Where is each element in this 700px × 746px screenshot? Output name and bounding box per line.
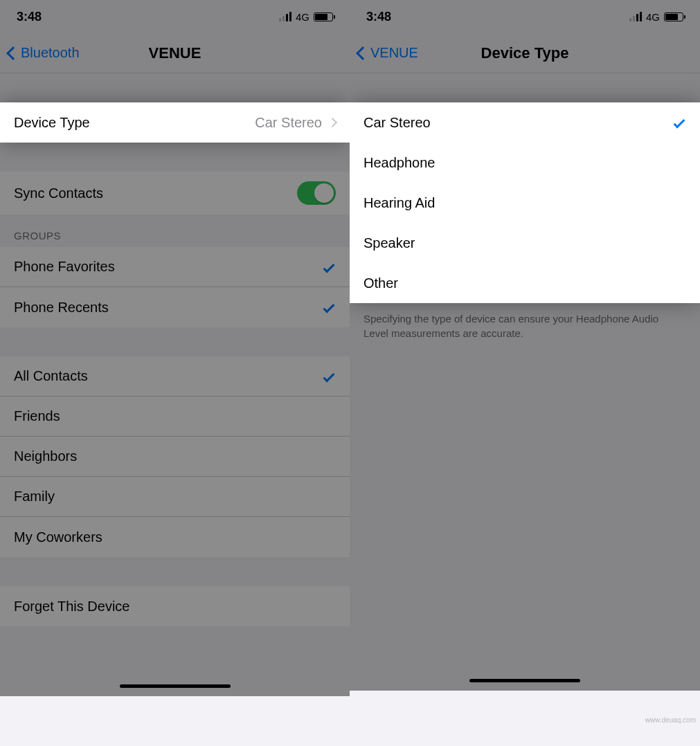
option-speaker[interactable]: Speaker [364, 223, 700, 263]
home-indicator[interactable] [469, 679, 580, 682]
status-time: 3:48 [366, 10, 391, 24]
sync-contacts-label: Sync Contacts [14, 185, 297, 201]
list-item-label: My Coworkers [14, 529, 336, 545]
back-button[interactable]: Bluetooth [8, 45, 80, 61]
battery-icon [314, 12, 333, 21]
device-type-highlight: Device Type Car Stereo [0, 102, 350, 143]
device-type-footer: Specifying the type of device can ensure… [350, 303, 700, 346]
chevron-right-icon [327, 118, 337, 127]
device-type-value: Car Stereo [255, 115, 322, 131]
nav-bar: VENUE Device Type [350, 33, 700, 73]
forget-device-row[interactable]: Forget This Device [0, 586, 350, 626]
back-button[interactable]: VENUE [358, 45, 418, 61]
groups-header: Groups [0, 215, 350, 247]
list-item-label: Headphone [364, 155, 686, 171]
right-dimmed-top: 3:48 4G VENUE Device Type [350, 0, 700, 102]
back-label: VENUE [370, 45, 418, 61]
left-dimmed-top: 3:48 4G Bluetooth VENUE [0, 0, 350, 102]
option-hearing-aid[interactable]: Hearing Aid [364, 183, 700, 223]
option-headphone[interactable]: Headphone [364, 143, 700, 183]
device-type-row[interactable]: Device Type Car Stereo [0, 102, 350, 143]
list-item-label: Family [14, 489, 336, 504]
list-item-label: Car Stereo [364, 115, 676, 131]
nav-bar: Bluetooth VENUE [0, 33, 350, 73]
option-car-stereo[interactable]: Car Stereo [364, 102, 700, 143]
device-type-options-highlight: Car Stereo Headphone Hearing Aid Speaker… [350, 102, 700, 303]
chevron-left-icon [6, 46, 20, 60]
right-screenshot: 3:48 4G VENUE Device Type Car Stereo [350, 0, 700, 746]
device-type-label: Device Type [14, 115, 255, 131]
list-item-label: All Contacts [14, 368, 326, 384]
list-item-label: Speaker [364, 235, 686, 251]
cellular-signal-icon [629, 12, 642, 21]
network-label: 4G [646, 11, 660, 23]
option-other[interactable]: Other [364, 263, 700, 303]
list-item-label: Other [364, 275, 686, 291]
right-dimmed-bottom: Specifying the type of device can ensure… [350, 303, 700, 691]
list-item-label: Phone Favorites [14, 259, 326, 275]
network-label: 4G [296, 11, 309, 23]
sync-contacts-row[interactable]: Sync Contacts [0, 172, 350, 215]
contact-family[interactable]: Family [0, 477, 350, 517]
watermark: www.deuaq.com [645, 716, 696, 724]
group-phone-recents[interactable]: Phone Recents [0, 287, 350, 327]
left-dimmed-bottom: Sync Contacts Groups Phone Favorites Pho… [0, 143, 350, 696]
back-label: Bluetooth [21, 45, 80, 61]
battery-icon [664, 12, 683, 21]
status-icons: 4G [279, 11, 333, 23]
chevron-left-icon [356, 46, 370, 60]
toggle-on-icon[interactable] [297, 181, 336, 205]
status-icons: 4G [629, 11, 683, 23]
forget-device-label: Forget This Device [14, 599, 336, 615]
contact-all[interactable]: All Contacts [0, 356, 350, 397]
group-phone-favorites[interactable]: Phone Favorites [0, 247, 350, 287]
contact-neighbors[interactable]: Neighbors [0, 437, 350, 477]
list-item-label: Friends [14, 408, 336, 424]
contact-mycoworkers[interactable]: My Coworkers [0, 517, 350, 557]
left-screenshot: 3:48 4G Bluetooth VENUE Device Type Car … [0, 0, 350, 746]
status-bar: 3:48 4G [350, 0, 700, 33]
contact-friends[interactable]: Friends [0, 397, 350, 437]
list-item-label: Neighbors [14, 448, 336, 464]
status-time: 3:48 [17, 10, 42, 24]
home-indicator[interactable] [120, 684, 231, 688]
list-item-label: Hearing Aid [364, 195, 686, 211]
list-item-label: Phone Recents [14, 300, 326, 316]
status-bar: 3:48 4G [0, 0, 350, 33]
cellular-signal-icon [279, 12, 291, 21]
